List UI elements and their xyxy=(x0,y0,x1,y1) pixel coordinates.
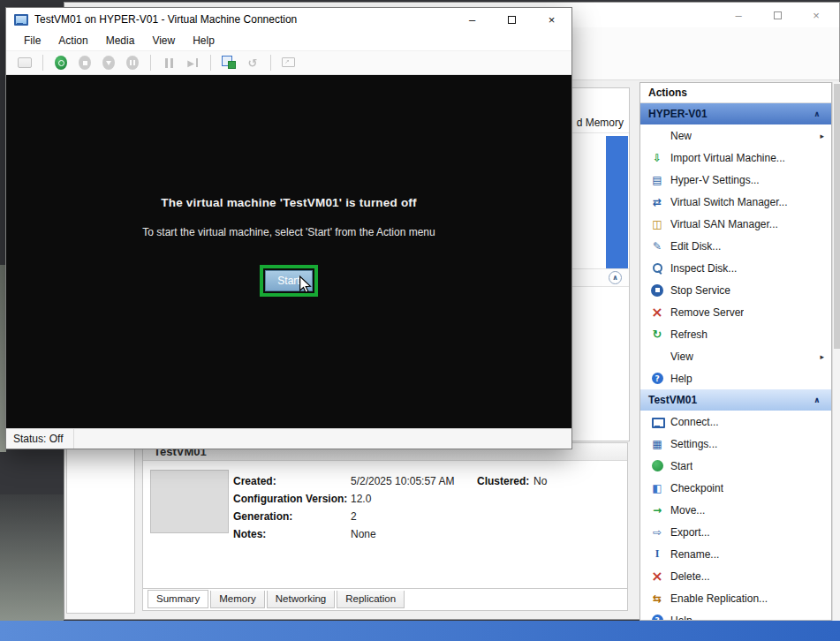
action-item[interactable]: New xyxy=(640,124,831,147)
menu-item[interactable]: File xyxy=(15,31,49,50)
summary-field-row: Created: 5/2/2025 10:05:57 AM xyxy=(233,472,454,490)
menu-item[interactable]: Action xyxy=(49,31,96,50)
action-item[interactable]: Refresh xyxy=(640,323,831,345)
vm-summary-panel: TestVM01 Created: 5/2/2025 10:05:57 AM C… xyxy=(142,442,628,611)
action-item[interactable]: Settings... xyxy=(640,433,831,455)
vm-maximize-button[interactable] xyxy=(492,8,532,31)
action-item-label: Help xyxy=(670,373,692,385)
action-item[interactable]: Connect... xyxy=(640,411,831,433)
edit-disk-icon xyxy=(650,239,664,253)
action-item[interactable]: Move... xyxy=(640,499,831,521)
actions-group-header-testvm01[interactable]: TestVM01 xyxy=(640,389,831,411)
action-item[interactable]: Help xyxy=(640,367,831,389)
action-item-label: Refresh xyxy=(670,328,708,341)
action-item-label: Remove Server xyxy=(670,306,744,319)
submenu-arrow-icon xyxy=(820,132,824,140)
summary-tab[interactable]: Networking xyxy=(267,591,336,608)
inspect-disk-icon xyxy=(650,261,664,275)
actions-group-header-hyperv01[interactable]: HYPER-V01 xyxy=(640,103,831,124)
action-item[interactable]: Hyper-V Settings... xyxy=(640,169,831,191)
submenu-arrow-icon xyxy=(820,352,824,361)
menu-item[interactable]: Help xyxy=(184,31,223,50)
action-icon xyxy=(650,350,664,364)
vm-off-message: The virtual machine 'TestVM01' is turned… xyxy=(6,196,571,209)
desktop-wallpaper-sea xyxy=(0,621,840,641)
mouse-cursor xyxy=(299,275,312,294)
pause-icon[interactable] xyxy=(159,52,178,73)
action-item-label: Help xyxy=(670,615,692,622)
summary-fields: Created: 5/2/2025 10:05:57 AM Configurat… xyxy=(233,472,454,543)
action-item[interactable]: View xyxy=(640,345,831,367)
menu-item[interactable]: View xyxy=(143,31,184,50)
delete-icon xyxy=(650,569,664,584)
status-bar-divider xyxy=(73,429,74,449)
assigned-memory-column-header[interactable]: d Memory xyxy=(577,117,624,129)
checkpoint-toolbar-icon[interactable] xyxy=(219,52,238,73)
menu-item[interactable]: Media xyxy=(97,31,144,50)
action-item[interactable]: Edit Disk... xyxy=(640,235,831,257)
shut-down-icon[interactable] xyxy=(99,52,118,73)
scrollbar-thumb[interactable] xyxy=(834,84,840,349)
summary-field-row: Generation: 2 xyxy=(233,508,454,525)
action-item-label: Edit Disk... xyxy=(670,240,721,253)
maximize-box-icon xyxy=(508,16,516,24)
summary-tab[interactable]: Summary xyxy=(148,590,208,608)
enhanced-session-icon[interactable] xyxy=(279,52,299,73)
action-item[interactable]: Stop Service xyxy=(640,279,831,301)
vm-window-controls: – × xyxy=(452,8,571,31)
vm-minimize-button[interactable]: – xyxy=(452,8,492,31)
vm-settings-icon xyxy=(650,437,664,451)
action-item[interactable]: Help xyxy=(640,609,831,621)
virtual-san-icon xyxy=(650,217,664,231)
ctrl-alt-del-icon[interactable] xyxy=(15,52,34,73)
power-on-icon[interactable] xyxy=(51,52,71,73)
action-item-label: Import Virtual Machine... xyxy=(670,152,785,164)
action-item-label: Delete... xyxy=(670,570,710,583)
summary-tab[interactable]: Memory xyxy=(210,591,265,608)
revert-icon[interactable] xyxy=(243,52,262,73)
action-item[interactable]: Checkpoint xyxy=(640,477,831,499)
action-item[interactable]: Inspect Disk... xyxy=(640,257,831,279)
action-item[interactable]: Remove Server xyxy=(640,301,831,323)
actions-list-testvm01: Connect... Settings... Start xyxy=(640,411,831,621)
collapse-chevron-icon[interactable] xyxy=(811,394,823,406)
manager-maximize-button[interactable] xyxy=(758,3,797,27)
action-item[interactable]: Start xyxy=(640,455,831,477)
checkpoints-collapse-button[interactable] xyxy=(609,271,622,284)
toolbar-separator[interactable] xyxy=(210,55,211,71)
vm-close-button[interactable]: × xyxy=(532,8,571,31)
summary-field-label: Created: xyxy=(233,475,351,487)
actions-list-hyperv01: New Import Virtual Machine... Hyper-V Se… xyxy=(640,124,831,389)
vm-menu-bar: File Action Media View Help xyxy=(6,31,571,50)
toolbar-separator[interactable] xyxy=(150,55,151,71)
vm-window-titlebar[interactable]: TestVM01 on HYPER-V01 - Virtual Machine … xyxy=(6,8,571,31)
action-item[interactable]: Virtual Switch Manager... xyxy=(640,191,831,213)
action-item[interactable]: Virtual SAN Manager... xyxy=(640,213,831,235)
summary-tab[interactable]: Replication xyxy=(337,591,405,608)
action-item-label: Move... xyxy=(670,504,705,517)
vm-off-instruction: To start the virtual machine, select 'St… xyxy=(6,226,571,238)
action-item[interactable]: Delete... xyxy=(640,565,831,587)
action-item[interactable]: Enable Replication... xyxy=(640,587,831,609)
vm-status-bar: Status: Off xyxy=(6,428,571,449)
action-item[interactable]: Rename... xyxy=(640,543,831,565)
action-item[interactable]: Export... xyxy=(640,521,831,543)
collapse-chevron-icon[interactable] xyxy=(811,108,823,120)
action-item-label: Start xyxy=(670,460,692,472)
action-item[interactable]: Import Virtual Machine... xyxy=(640,147,831,169)
manager-minimize-button[interactable]: – xyxy=(719,3,758,27)
turn-off-icon[interactable] xyxy=(75,52,95,73)
vm-console-screen: The virtual machine 'TestVM01' is turned… xyxy=(6,75,571,430)
toolbar-separator[interactable] xyxy=(270,55,271,71)
action-item-label: Stop Service xyxy=(670,284,730,297)
action-item-label: Export... xyxy=(670,526,710,539)
actions-pane-scrollbar[interactable] xyxy=(832,82,840,621)
toolbar-separator[interactable] xyxy=(42,55,43,71)
checkpoint-icon xyxy=(650,481,664,495)
manager-close-button[interactable]: × xyxy=(797,3,836,27)
step-icon[interactable] xyxy=(183,52,202,73)
save-state-icon[interactable] xyxy=(123,52,142,73)
action-icon xyxy=(650,129,664,143)
vm-connection-icon xyxy=(14,13,26,26)
action-item-label: Rename... xyxy=(670,548,719,561)
